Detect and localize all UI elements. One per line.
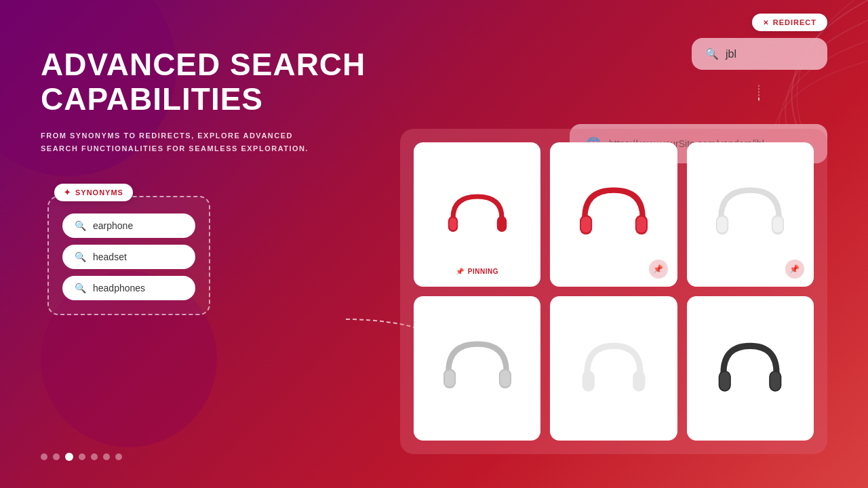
search-item-headphones[interactable]: 🔍 headphones — [62, 276, 195, 300]
search-box-jbl: 🔍 jbl — [692, 38, 827, 70]
product-card-4[interactable] — [414, 296, 540, 441]
svg-rect-17 — [500, 370, 510, 386]
redirect-label: REDIRECT — [773, 18, 816, 26]
jbl-search-icon: 🔍 — [705, 47, 719, 60]
svg-rect-9 — [637, 216, 647, 232]
product-card-3[interactable]: 📌 — [687, 142, 814, 287]
search-item-earphone-label: earphone — [93, 220, 133, 231]
pin-corner-3: 📌 — [785, 260, 804, 279]
search-item-headphones-label: headphones — [93, 283, 145, 293]
product-card-5[interactable] — [550, 296, 677, 441]
left-section: ADVANCED SEARCH CAPABILITIES FROM SYNONY… — [41, 34, 380, 454]
search-item-headset-label: headset — [93, 251, 127, 262]
svg-marker-2 — [758, 98, 760, 102]
jbl-query-text: jbl — [726, 48, 736, 60]
page-subtitle: FROM SYNONYMS TO REDIRECTS, EXPLORE ADVA… — [41, 129, 326, 155]
product-visual-6 — [687, 296, 814, 441]
synonyms-widget: ✦ SYNONYMS 🔍 earphone 🔍 headset 🔍 headph… — [47, 196, 380, 315]
search-item-earphone[interactable]: 🔍 earphone — [62, 214, 195, 238]
redirect-badge: ✕ REDIRECT — [752, 14, 827, 31]
products-grid: 📌 PINNING 📌 — [400, 129, 827, 454]
arrow-redirect-down — [758, 77, 760, 110]
svg-rect-13 — [773, 216, 783, 232]
product-card-6[interactable] — [687, 296, 814, 441]
pin-label-1: PINNING — [468, 268, 498, 275]
pin-icon-1: 📌 — [456, 268, 465, 275]
svg-rect-18 — [583, 370, 595, 391]
search-icon-headphones: 🔍 — [75, 283, 86, 293]
right-section: ✕ REDIRECT 🔍 jbl 🌐 https://www.yourSite.… — [380, 34, 827, 454]
product-visual-5 — [550, 296, 677, 441]
redirect-x-icon: ✕ — [763, 19, 769, 26]
svg-rect-5 — [449, 218, 456, 230]
product-visual-4 — [414, 296, 540, 441]
product-card-1[interactable]: 📌 PINNING — [414, 142, 540, 287]
search-icon-earphone: 🔍 — [75, 220, 86, 231]
search-icon-headset: 🔍 — [75, 251, 86, 262]
search-item-headset[interactable]: 🔍 headset — [62, 245, 195, 269]
svg-rect-8 — [581, 216, 591, 232]
svg-rect-4 — [496, 216, 506, 231]
pin-corner-2: 📌 — [649, 260, 668, 279]
page-title: ADVANCED SEARCH CAPABILITIES — [41, 47, 380, 116]
svg-rect-19 — [633, 370, 645, 391]
synonyms-box: 🔍 earphone 🔍 headset 🔍 headphones — [47, 196, 210, 315]
main-content: ADVANCED SEARCH CAPABILITIES FROM SYNONY… — [0, 0, 868, 488]
svg-rect-16 — [444, 370, 454, 386]
svg-rect-22 — [720, 371, 730, 390]
svg-rect-12 — [717, 216, 728, 232]
synonyms-label: SYNONYMS — [75, 188, 123, 197]
synonyms-badge: ✦ SYNONYMS — [54, 184, 133, 201]
synonyms-icon: ✦ — [64, 188, 71, 197]
svg-rect-23 — [770, 371, 781, 390]
product-card-2[interactable]: 📌 — [550, 142, 677, 287]
pin-badge-1: 📌 PINNING — [448, 264, 507, 279]
